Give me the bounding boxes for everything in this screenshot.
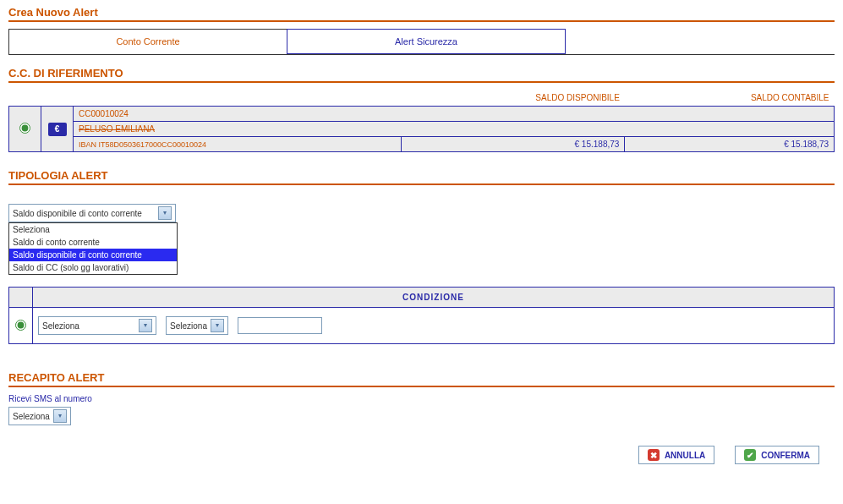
tipologia-option[interactable]: Saldo disponibile di conto corrente <box>9 249 177 261</box>
account-table: SALDO DISPONIBILE SALDO CONTABILE € CC00… <box>8 90 835 152</box>
confirm-icon: ✔ <box>744 449 756 461</box>
condition-select-1-value: Seleziona <box>42 321 135 331</box>
condition-header: CONDIZIONE <box>33 288 835 308</box>
tipologia-dropdown-list: Seleziona Saldo di conto corrente Saldo … <box>8 222 178 275</box>
section-tipologia-alert: TIPOLOGIA ALERT <box>8 167 835 185</box>
cancel-icon: ✖ <box>648 449 660 461</box>
tipologia-option[interactable]: Seleziona <box>9 223 177 236</box>
page-title: Crea Nuovo Alert <box>8 4 835 22</box>
tab-alert-sicurezza[interactable]: Alert Sicurezza <box>287 29 566 54</box>
tab-conto-corrente[interactable]: Conto Corrente <box>8 29 287 54</box>
conferma-button-label: CONFERMA <box>761 451 810 460</box>
col-saldo-contabile: SALDO CONTABILE <box>625 90 835 107</box>
conferma-button[interactable]: ✔ CONFERMA <box>735 446 819 464</box>
annulla-button-label: ANNULLA <box>665 451 705 460</box>
account-radio[interactable] <box>19 123 30 134</box>
condition-select-2[interactable]: Seleziona ▾ <box>166 316 228 335</box>
condition-radio[interactable] <box>15 320 26 331</box>
recapito-select-value: Seleziona <box>13 412 50 421</box>
section-recapito-alert: RECAPITO ALERT <box>8 370 835 387</box>
account-saldo-disponibile: € 15.188,73 <box>402 137 625 152</box>
tipologia-option[interactable]: Saldo di CC (solo gg lavorativi) <box>9 261 177 274</box>
account-holder-name: PELUSO EMILIANA <box>79 124 155 134</box>
condition-select-2-value: Seleziona <box>170 321 207 331</box>
account-iban: IBAN IT58D0503617000CC00010024 <box>74 137 402 152</box>
chevron-down-icon: ▾ <box>139 319 152 332</box>
tipologia-select[interactable]: Saldo disponibile di conto corrente ▾ <box>8 204 176 222</box>
tipologia-select-value: Saldo disponibile di conto corrente <box>13 209 142 218</box>
chevron-down-icon: ▾ <box>211 319 224 332</box>
recapito-select[interactable]: Seleziona ▾ <box>8 407 71 425</box>
chevron-down-icon: ▾ <box>158 206 172 220</box>
tabs-bar: Conto Corrente Alert Sicurezza <box>8 29 835 55</box>
condition-table: CONDIZIONE Seleziona ▾ Seleziona ▾ <box>8 287 835 344</box>
account-saldo-contabile: € 15.188,73 <box>625 137 835 152</box>
tipologia-option[interactable]: Saldo di conto corrente <box>9 236 177 249</box>
condition-value-input[interactable] <box>238 317 322 334</box>
annulla-button[interactable]: ✖ ANNULLA <box>638 446 714 464</box>
condition-select-1[interactable]: Seleziona ▾ <box>38 316 156 335</box>
chevron-down-icon: ▾ <box>53 409 67 423</box>
section-cc-riferimento: C.C. DI RIFERIMENTO <box>8 65 835 83</box>
recapito-label: Ricevi SMS al numero <box>8 394 835 403</box>
account-code: CC00010024 <box>74 107 835 122</box>
col-saldo-disponibile: SALDO DISPONIBILE <box>402 90 625 107</box>
euro-icon: € <box>48 123 67 136</box>
